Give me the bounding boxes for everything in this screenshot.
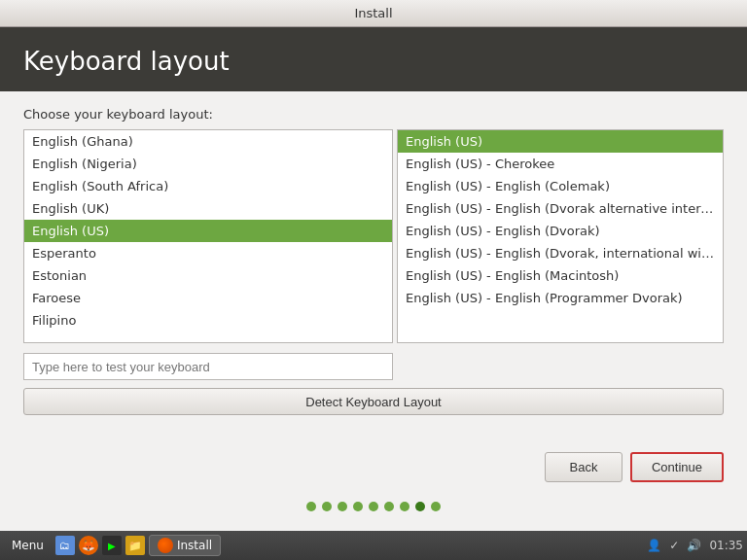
list-item[interactable]: English (US) - English (Colemak) — [398, 175, 723, 197]
list-item[interactable]: English (South Africa) — [24, 175, 392, 197]
list-item[interactable]: English (Nigeria) — [24, 153, 392, 175]
header: Keyboard layout — [0, 27, 747, 91]
taskbar-person-icon: 👤 — [647, 539, 661, 552]
list-item[interactable]: Estonian — [24, 264, 392, 287]
taskbar-icon-files[interactable]: 🗂 — [55, 536, 75, 555]
list-item[interactable]: English (US) - English (Dvorak) — [398, 220, 723, 242]
taskbar-icon-firefox[interactable]: 🦊 — [79, 536, 98, 555]
back-button[interactable]: Back — [545, 452, 622, 482]
list-item[interactable]: English (US) - English (Dvorak alternati… — [398, 197, 723, 220]
progress-dot — [431, 502, 441, 511]
test-input-container — [23, 353, 724, 380]
list-item[interactable]: English (US) — [24, 220, 392, 242]
progress-dots — [23, 490, 724, 519]
progress-dot — [353, 502, 363, 511]
list-item[interactable]: English (Ghana) — [24, 130, 392, 153]
list-item[interactable]: English (US) - English (Programmer Dvora… — [398, 287, 723, 309]
taskbar-app-label: Install — [177, 539, 212, 552]
progress-dot — [338, 502, 347, 511]
language-list[interactable]: English (Ghana)English (Nigeria)English … — [23, 129, 393, 343]
keyboard-test-input[interactable] — [23, 353, 393, 380]
list-item[interactable]: English (US) - Cherokee — [398, 153, 723, 175]
list-item[interactable]: English (US) - English (Dvorak, internat… — [398, 242, 723, 264]
lists-container: English (Ghana)English (Nigeria)English … — [23, 129, 724, 343]
list-item[interactable]: Filipino — [24, 309, 392, 332]
detect-keyboard-button[interactable]: Detect Keyboard Layout — [23, 388, 724, 415]
taskbar-icon-folder[interactable]: 📁 — [125, 536, 145, 555]
progress-dot — [400, 502, 409, 511]
list-item[interactable]: Esperanto — [24, 242, 392, 264]
list-item[interactable]: English (US) - English (Macintosh) — [398, 264, 723, 287]
variant-list[interactable]: English (US)English (US) - CherokeeEngli… — [397, 129, 724, 343]
progress-dot — [306, 502, 316, 511]
bottom-area: Back Continue — [0, 444, 747, 531]
progress-dot — [369, 502, 378, 511]
content-area: Choose your keyboard layout: English (Gh… — [0, 91, 747, 444]
taskbar-right: 👤 ✓ 🔊 01:35 — [647, 539, 743, 552]
progress-dot — [322, 502, 332, 511]
taskbar: Menu 🗂 🦊 ▶ 📁 Install 👤 ✓ 🔊 01:35 — [0, 531, 747, 560]
nav-buttons: Back Continue — [23, 452, 724, 490]
taskbar-app-icon — [158, 538, 173, 553]
list-item[interactable]: English (UK) — [24, 197, 392, 220]
taskbar-volume-icon: 🔊 — [687, 539, 701, 552]
progress-dot — [384, 502, 394, 511]
taskbar-time: 01:35 — [709, 539, 743, 552]
choose-label: Choose your keyboard layout: — [23, 107, 724, 122]
title-bar: Install — [0, 0, 747, 27]
page-title: Keyboard layout — [23, 47, 724, 76]
list-item[interactable]: Faroese — [24, 287, 392, 309]
title-bar-text: Install — [354, 6, 392, 20]
main-window: Keyboard layout Choose your keyboard lay… — [0, 27, 747, 531]
continue-button[interactable]: Continue — [630, 452, 724, 482]
list-item[interactable]: English (US) — [398, 130, 723, 153]
taskbar-active-app[interactable]: Install — [149, 535, 221, 556]
taskbar-menu[interactable]: Menu — [4, 537, 52, 554]
progress-dot — [415, 502, 425, 511]
taskbar-signal-icon: ✓ — [669, 539, 679, 552]
taskbar-icon-terminal[interactable]: ▶ — [102, 536, 122, 555]
